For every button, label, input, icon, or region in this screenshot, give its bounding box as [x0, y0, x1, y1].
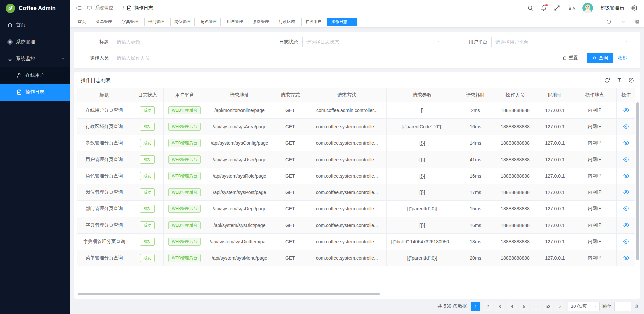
view-detail-eye-icon[interactable]	[623, 124, 629, 129]
sidebar-collapse-icon[interactable]	[76, 5, 82, 11]
operator-input[interactable]	[113, 53, 253, 63]
cell-handler: com.coffee.system.controlle...	[307, 168, 387, 184]
status-select[interactable]	[302, 37, 443, 47]
cell-handler: com.coffee.system.controlle...	[307, 118, 387, 135]
cell-ip: 127.0.0.1	[537, 135, 573, 151]
page-button[interactable]: 2	[483, 302, 492, 311]
cell-ip: 127.0.0.1	[537, 151, 573, 168]
page-ellipsis[interactable]: ···	[531, 302, 541, 311]
cell-ip: 127.0.0.1	[537, 250, 573, 266]
column-settings-icon[interactable]	[629, 78, 634, 83]
next-page-button[interactable]: >	[555, 302, 565, 311]
view-detail-eye-icon[interactable]	[623, 156, 629, 162]
maximize-icon[interactable]	[630, 16, 644, 27]
chevron-down-icon[interactable]	[616, 16, 630, 27]
cell-status: 成功	[131, 102, 163, 118]
notifications-button[interactable]	[541, 5, 547, 11]
cell-platform: WEB管理后台	[163, 135, 206, 151]
title-input[interactable]	[113, 37, 253, 47]
cell-operator: 18888888888	[493, 151, 537, 168]
avatar[interactable]	[582, 3, 593, 13]
platform-badge: WEB管理后台	[168, 106, 200, 114]
cell-method: GET	[273, 118, 307, 135]
total-count: 共 530 条数据	[438, 303, 467, 309]
breadcrumb-section[interactable]: 系统监控	[95, 5, 113, 11]
log-icon	[127, 5, 132, 11]
row-height-icon[interactable]	[616, 78, 622, 83]
tab[interactable]: 菜单管理	[92, 18, 116, 26]
search-icon[interactable]	[527, 5, 533, 11]
page-button[interactable]: 4	[507, 302, 517, 311]
horizontal-scrollbar	[78, 292, 637, 296]
cell-operator: 18888888888	[493, 200, 537, 217]
cell-location: 内网IP	[573, 151, 616, 168]
page-button[interactable]: 3	[495, 302, 504, 311]
jump-page-input[interactable]	[614, 302, 631, 311]
translate-icon[interactable]: 文A	[568, 5, 575, 11]
cell-ip: 127.0.0.1	[537, 233, 573, 250]
cell-params: [{"parentId":0}]	[387, 250, 458, 266]
page-button[interactable]: 53	[543, 302, 553, 311]
table-row: 部门管理分页查询成功WEB管理后台/api/system/sysDept/pag…	[77, 200, 635, 217]
view-detail-eye-icon[interactable]	[623, 239, 629, 244]
cell-duration: 17ms	[458, 184, 493, 200]
view-detail-eye-icon[interactable]	[623, 107, 629, 113]
sidebar-subitem[interactable]: 在线用户	[0, 67, 70, 84]
tab[interactable]: 角色管理	[197, 18, 221, 26]
tab[interactable]: 在线用户	[301, 18, 325, 26]
cell-duration: 41ms	[458, 151, 493, 168]
jump-prefix: 跳至	[602, 303, 612, 309]
status-label: 日志状态	[272, 39, 298, 45]
tab[interactable]: 参数管理	[249, 18, 273, 26]
cell-duration: 16ms	[458, 168, 493, 184]
cell-ip: 127.0.0.1	[537, 184, 573, 200]
status-badge: 成功	[140, 205, 155, 213]
sidebar-subitem[interactable]: 操作日志	[0, 84, 70, 101]
view-detail-eye-icon[interactable]	[623, 140, 629, 146]
cell-operator: 18888888888	[493, 102, 537, 118]
cell-duration: 16ms	[458, 118, 493, 135]
sidebar-item[interactable]: 系统监控	[0, 50, 70, 67]
tab[interactable]: 部门管理	[144, 18, 168, 26]
tab[interactable]: 岗位管理	[170, 18, 195, 26]
cell-actions	[616, 151, 635, 168]
cell-location: 内网IP	[573, 233, 616, 250]
sidebar-item[interactable]: 首页	[0, 17, 70, 34]
reset-button[interactable]: 重置	[557, 53, 583, 63]
status-badge: 成功	[140, 254, 155, 262]
page-size-select[interactable]: 10 条/页	[568, 302, 600, 311]
view-detail-eye-icon[interactable]	[623, 255, 629, 261]
table-row: 岗位管理分页查询成功WEB管理后台/api/system/sysPost/pag…	[77, 184, 635, 200]
page-button[interactable]: 1	[471, 302, 480, 311]
username[interactable]: 超级管理员	[600, 5, 624, 11]
refresh-icon[interactable]	[602, 16, 616, 27]
page-button[interactable]: 5	[519, 302, 529, 311]
view-detail-eye-icon[interactable]	[623, 173, 629, 179]
platform-select[interactable]	[491, 37, 632, 47]
tab[interactable]: 首页	[74, 18, 90, 26]
refresh-icon[interactable]	[604, 78, 610, 83]
view-detail-eye-icon[interactable]	[623, 222, 629, 228]
brand[interactable]: Coffee Admin	[0, 0, 70, 17]
search-button[interactable]: 查询	[587, 53, 613, 63]
tab[interactable]: 操作日志	[327, 18, 357, 26]
sidebar-item-label: 首页	[16, 22, 25, 28]
tab[interactable]: 用户管理	[223, 18, 247, 26]
monitor-icon	[7, 56, 13, 61]
tab[interactable]: 字典管理	[118, 18, 142, 26]
tab-bar: 首页菜单管理字典管理部门管理岗位管理角色管理用户管理参数管理行政区域在线用户操作…	[70, 16, 644, 27]
close-icon[interactable]	[350, 20, 353, 23]
collapse-filters-link[interactable]: 收起	[618, 55, 632, 61]
cell-handler: com.coffee.system.controlle...	[307, 250, 387, 266]
vertical-scrollbar-thumb[interactable]	[636, 102, 639, 260]
fullscreen-icon[interactable]	[554, 5, 560, 11]
leaf-logo-icon	[5, 3, 15, 13]
settings-icon[interactable]	[631, 5, 637, 11]
horizontal-scrollbar-thumb[interactable]	[78, 293, 380, 295]
view-detail-eye-icon[interactable]	[623, 189, 629, 195]
view-detail-eye-icon[interactable]	[623, 206, 629, 211]
sidebar-item[interactable]: 系统管理	[0, 34, 70, 50]
pagination: 共 530 条数据 12345···53> 10 条/页 跳至 页	[74, 299, 640, 314]
tab[interactable]: 行政区域	[275, 18, 299, 26]
sidebar-menu: 首页系统管理系统监控在线用户操作日志	[0, 17, 70, 101]
